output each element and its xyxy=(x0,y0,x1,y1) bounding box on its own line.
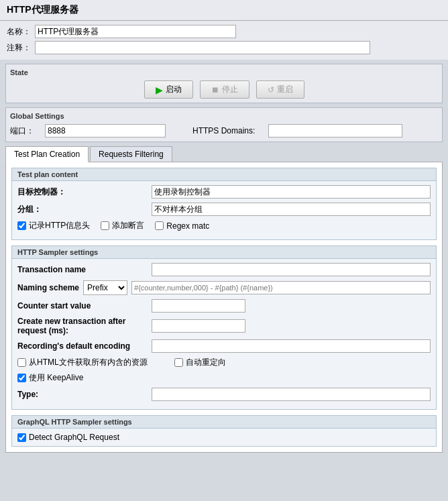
checkbox-regex-item: Regex matc xyxy=(155,221,209,231)
port-label: 端口： xyxy=(10,125,34,137)
create-transaction-label: Create new transaction after request (ms… xyxy=(17,317,152,335)
transaction-name-input[interactable] xyxy=(152,263,431,276)
stop-button[interactable]: ⏹ 停止 xyxy=(200,80,249,99)
transaction-name-row: Transaction name xyxy=(17,263,431,276)
grouping-row: 分组： xyxy=(17,203,431,216)
checkbox-keepalive-label: 使用 KeepAlive xyxy=(29,372,83,384)
checkbox-regex[interactable] xyxy=(155,221,164,230)
target-controller-row: 目标控制器： xyxy=(17,185,431,199)
checkbox-detect-graphql-label: Detect GraphQL Request xyxy=(29,433,119,442)
encoding-input[interactable] xyxy=(152,339,431,353)
http-sampler-header: HTTP Sampler settings xyxy=(12,246,436,259)
name-label: 名称： xyxy=(7,26,31,38)
counter-start-row: Counter start value xyxy=(17,299,431,313)
checkbox-group: 记录HTTP信息头 添加断言 Regex matc xyxy=(17,220,431,231)
target-controller-label: 目标控制器： xyxy=(17,186,152,198)
type-input[interactable] xyxy=(152,388,431,401)
state-section: State ▶ 启动 ⏹ 停止 ↺ 重启 xyxy=(5,64,443,103)
comment-label: 注释： xyxy=(7,42,31,54)
global-settings: Global Settings 端口： HTTPS Domains: xyxy=(5,107,443,142)
checkbox-keepalive-item: 使用 KeepAlive xyxy=(17,372,431,384)
grouping-input[interactable] xyxy=(152,203,431,216)
checkbox-html-resources-item: 从HTML文件获取所有内含的资源 xyxy=(17,357,148,368)
restart-label: 重启 xyxy=(277,84,293,95)
checkbox-keepalive[interactable] xyxy=(17,374,26,382)
graphql-section: GraphQL HTTP Sampler settings Detect Gra… xyxy=(11,415,437,447)
checkbox-record-http[interactable] xyxy=(17,221,26,230)
comment-input[interactable] xyxy=(35,41,370,54)
page-title: HTTP代理服务器 xyxy=(7,4,78,15)
http-sampler-body: Transaction name Naming scheme Prefix Cu… xyxy=(12,259,436,409)
checkbox-add-assertion-item: 添加断言 xyxy=(101,220,144,231)
type-label: Type: xyxy=(17,390,152,399)
test-plan-content-section: Test plan content 目标控制器： 分组： 记录HTTP信息头 xyxy=(11,168,437,240)
target-controller-input[interactable] xyxy=(152,185,431,199)
naming-scheme-row: Naming scheme Prefix Custom xyxy=(17,280,431,295)
naming-pattern-input[interactable] xyxy=(131,281,431,294)
checkbox-add-assertion[interactable] xyxy=(101,221,109,230)
global-settings-label: Global Settings xyxy=(10,112,438,120)
counter-start-label: Counter start value xyxy=(17,301,152,311)
comment-row: 注释： xyxy=(7,41,441,54)
form-section: 名称： 注释： xyxy=(0,21,448,60)
state-label: State xyxy=(10,68,438,76)
type-row: Type: xyxy=(17,388,431,401)
stop-icon: ⏹ xyxy=(211,85,219,95)
tab-content: Test plan content 目标控制器： 分组： 记录HTTP信息头 xyxy=(5,162,443,453)
transaction-name-label: Transaction name xyxy=(17,265,152,274)
test-plan-content-body: 目标控制器： 分组： 记录HTTP信息头 添加断言 xyxy=(12,181,436,239)
sampler-checkbox-row: 从HTML文件获取所有内含的资源 自动重定向 xyxy=(17,357,431,368)
checkbox-detect-graphql[interactable] xyxy=(17,433,26,442)
stop-label: 停止 xyxy=(222,84,238,95)
tabs-bar: Test Plan Creation Requests Filtering xyxy=(5,146,443,162)
global-row: 端口： HTTPS Domains: xyxy=(10,124,438,137)
checkbox-html-resources-label: 从HTML文件获取所有内含的资源 xyxy=(29,357,148,368)
create-transaction-input[interactable] xyxy=(152,319,245,333)
checkbox-regex-label: Regex matc xyxy=(166,221,209,231)
start-label: 启动 xyxy=(166,84,182,95)
start-button[interactable]: ▶ 启动 xyxy=(144,80,193,99)
main-container: HTTP代理服务器 名称： 注释： State ▶ 启动 ⏹ 停止 ↺ 重启 xyxy=(0,0,448,501)
checkbox-record-http-label: 记录HTTP信息头 xyxy=(29,220,90,231)
checkbox-auto-redirect-label: 自动重定向 xyxy=(186,357,226,368)
checkbox-add-assertion-label: 添加断言 xyxy=(112,220,144,231)
naming-scheme-label: Naming scheme xyxy=(17,283,79,292)
https-input[interactable] xyxy=(268,124,402,137)
https-label: HTTPS Domains: xyxy=(192,126,255,135)
state-buttons: ▶ 启动 ⏹ 停止 ↺ 重启 xyxy=(10,80,438,99)
play-icon: ▶ xyxy=(156,85,163,95)
checkbox-record-http-item: 记录HTTP信息头 xyxy=(17,220,90,231)
title-bar: HTTP代理服务器 xyxy=(0,0,448,21)
checkbox-detect-graphql-item: Detect GraphQL Request xyxy=(17,433,431,442)
encoding-label: Recording's default encoding xyxy=(17,341,152,351)
checkbox-auto-redirect[interactable] xyxy=(174,358,183,367)
restart-icon: ↺ xyxy=(268,85,274,95)
checkbox-html-resources[interactable] xyxy=(17,358,26,367)
name-row: 名称： xyxy=(7,25,441,38)
checkbox-auto-redirect-item: 自动重定向 xyxy=(174,357,226,368)
grouping-label: 分组： xyxy=(17,204,152,215)
naming-scheme-select[interactable]: Prefix Custom xyxy=(83,280,127,295)
create-transaction-row: Create new transaction after request (ms… xyxy=(17,317,431,335)
tab-test-plan[interactable]: Test Plan Creation xyxy=(5,146,89,162)
port-input[interactable] xyxy=(45,124,166,137)
http-sampler-section: HTTP Sampler settings Transaction name N… xyxy=(11,245,437,410)
encoding-row: Recording's default encoding xyxy=(17,339,431,353)
test-plan-content-header: Test plan content xyxy=(12,168,436,181)
restart-button[interactable]: ↺ 重启 xyxy=(256,80,304,99)
counter-start-input[interactable] xyxy=(152,299,245,313)
graphql-header: GraphQL HTTP Sampler settings xyxy=(12,416,436,429)
tab-requests-filtering[interactable]: Requests Filtering xyxy=(90,146,172,162)
name-input[interactable] xyxy=(35,25,236,38)
graphql-body: Detect GraphQL Request xyxy=(12,429,436,446)
